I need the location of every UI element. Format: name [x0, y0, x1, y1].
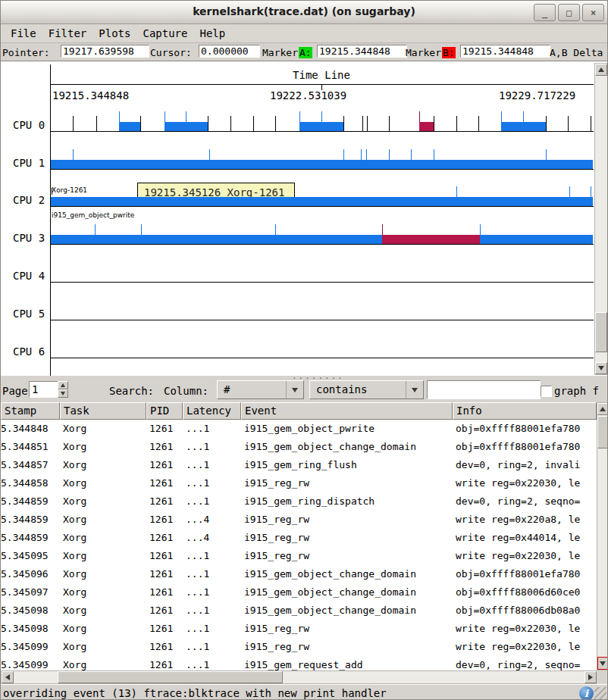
scroll-up-icon[interactable] — [595, 64, 607, 76]
cell-task: Xorg — [60, 474, 146, 492]
column-header-stamp[interactable]: Stamp — [1, 402, 60, 420]
event-tick — [434, 149, 434, 160]
table-vscrollbar[interactable] — [597, 402, 608, 670]
cell-info: dev=0, ring=2, seqno= — [453, 492, 597, 511]
menu-filter[interactable]: Filter — [49, 27, 87, 39]
graph-left-axis — [50, 64, 51, 377]
cell-latency: ...1 — [183, 456, 241, 474]
column-header-pid[interactable]: PID — [146, 402, 183, 420]
event-tick — [299, 111, 300, 122]
menu-file[interactable]: File — [11, 27, 36, 39]
cell-stamp: 5.345095 — [1, 547, 60, 565]
cell-task: Xorg — [60, 602, 146, 620]
cell-task: Xorg — [60, 456, 146, 474]
resize-grip-icon[interactable] — [594, 687, 606, 700]
page-spinbox[interactable]: 1 — [29, 381, 60, 398]
graph-panel[interactable]: Time Line Xorg-1261 i915_gem_object_pwri… — [1, 61, 607, 377]
cell-task: Xorg — [60, 638, 146, 656]
graph-vscroll-thumb[interactable] — [595, 312, 607, 352]
cell-info: write reg=0x44014, le — [453, 529, 597, 547]
scroll-right-icon[interactable] — [584, 671, 597, 683]
menu-help[interactable]: Help — [199, 27, 225, 39]
scroll-left-icon[interactable] — [2, 671, 14, 683]
table-row[interactable]: 5.345099Xorg1261...1i915_gem_request_add… — [1, 656, 597, 670]
event-table[interactable]: 5.344848Xorg1261...1i915_gem_object_pwri… — [1, 420, 597, 670]
maximize-icon[interactable]: □ — [558, 4, 580, 21]
column-header-latency[interactable]: Latency — [183, 402, 241, 420]
cell-pid: 1261 — [146, 620, 183, 638]
cell-event: i915_gem_object_change_domain — [241, 565, 453, 583]
title-bar[interactable]: kernelshark(trace.dat) (on sugarbay) _ □… — [1, 1, 607, 24]
event-tick — [480, 224, 481, 235]
cursor-value: 0.000000 — [199, 45, 260, 58]
window-buttons: _ □ × — [534, 4, 604, 21]
scroll-down-icon[interactable] — [597, 657, 608, 670]
table-row[interactable]: 5.345097Xorg1261...1i915_gem_object_chan… — [1, 583, 597, 602]
spin-up-icon[interactable] — [58, 381, 68, 389]
table-row[interactable]: 5.345098Xorg1261...1i915_gem_object_chan… — [1, 602, 597, 620]
column-header-event[interactable]: Event — [241, 402, 453, 420]
cell-latency: ...1 — [183, 656, 241, 670]
event-tick — [73, 116, 74, 132]
scroll-down-icon[interactable] — [595, 362, 607, 374]
table-row[interactable]: 5.344858Xorg1261...1i915_reg_rwwrite reg… — [1, 474, 597, 492]
graph-follows-checkbox[interactable] — [541, 386, 552, 397]
table-row[interactable]: 5.344859Xorg1261...4i915_reg_rwwrite reg… — [1, 511, 597, 529]
cpu-run-bar — [119, 122, 140, 131]
page-spin-buttons — [58, 381, 68, 398]
event-tick — [523, 111, 524, 122]
column-header-task[interactable]: Task — [60, 402, 146, 420]
cell-stamp: 5.344859 — [1, 529, 60, 547]
table-row[interactable]: 5.344859Xorg1261...4i915_reg_rwwrite reg… — [1, 529, 597, 547]
cell-pid: 1261 — [146, 420, 183, 438]
status-bar: overriding event (13) ftrace:blktrace wi… — [1, 684, 607, 700]
event-tick — [362, 116, 363, 132]
time-axis-label: 19222.531039 — [270, 89, 346, 102]
menu-plots[interactable]: Plots — [99, 27, 130, 39]
cpu-run-bar — [299, 122, 343, 131]
cell-event: i915_gem_object_pwrite — [241, 420, 453, 438]
cell-info: obj=0xffff88001efa780 — [453, 438, 597, 456]
close-icon[interactable]: × — [582, 4, 604, 21]
cell-task: Xorg — [60, 656, 146, 670]
scroll-up-icon[interactable] — [597, 403, 608, 415]
marker-a-label: Marker — [262, 47, 298, 58]
cpu-baseline — [51, 282, 594, 283]
table-hscrollbar[interactable] — [1, 670, 597, 684]
menu-capture[interactable]: Capture — [143, 27, 187, 39]
cpu-label: CPU 2 — [13, 194, 45, 206]
spin-down-icon[interactable] — [58, 389, 68, 398]
event-tick — [591, 116, 591, 132]
cell-latency: ...1 — [183, 602, 241, 620]
search-input[interactable] — [427, 380, 541, 399]
match-select[interactable]: contains — [309, 380, 424, 399]
column-header-info[interactable]: Info — [453, 402, 597, 420]
table-row[interactable]: 5.344848Xorg1261...1i915_gem_object_pwri… — [1, 420, 597, 438]
hscroll-thumb[interactable] — [58, 671, 283, 683]
event-tick — [343, 149, 344, 160]
cursor-label: Cursor: — [150, 47, 192, 58]
cpu-run-bar — [51, 197, 593, 206]
event-tick — [568, 116, 569, 132]
table-row[interactable]: 5.344851Xorg1261...1i915_gem_object_chan… — [1, 438, 597, 456]
minimize-icon[interactable]: _ — [534, 4, 556, 21]
pointer-bar: Pointer: 19217.639598 Cursor: 0.000000 M… — [1, 43, 607, 61]
table-row[interactable]: 5.345095Xorg1261...1i915_reg_rwwrite reg… — [1, 547, 597, 565]
event-tick — [95, 224, 96, 235]
marker-b-label: Marker — [406, 47, 441, 58]
table-row[interactable]: 5.345099Xorg1261...1i915_reg_rwwrite reg… — [1, 638, 597, 656]
cpu-label: CPU 3 — [13, 232, 45, 244]
table-row[interactable]: 5.345098Xorg1261...1i915_reg_rwwrite reg… — [1, 620, 597, 638]
cpu-baseline — [51, 169, 594, 170]
cell-latency: ...1 — [183, 583, 241, 602]
table-row[interactable]: 5.344857Xorg1261...1i915_gem_ring_flushd… — [1, 456, 597, 474]
table-row[interactable]: 5.345096Xorg1261...1i915_gem_object_chan… — [1, 565, 597, 583]
event-tick — [591, 186, 591, 197]
table-row[interactable]: 5.344859Xorg1261...1i915_gem_ring_dispat… — [1, 492, 597, 511]
cpu-run-bar — [501, 122, 546, 131]
column-label: Column: — [164, 385, 208, 397]
graph-vscrollbar[interactable] — [594, 63, 607, 375]
search-label: Search: — [109, 385, 154, 397]
table-vscroll-thumb[interactable] — [597, 416, 608, 448]
column-select[interactable]: # — [217, 380, 304, 399]
